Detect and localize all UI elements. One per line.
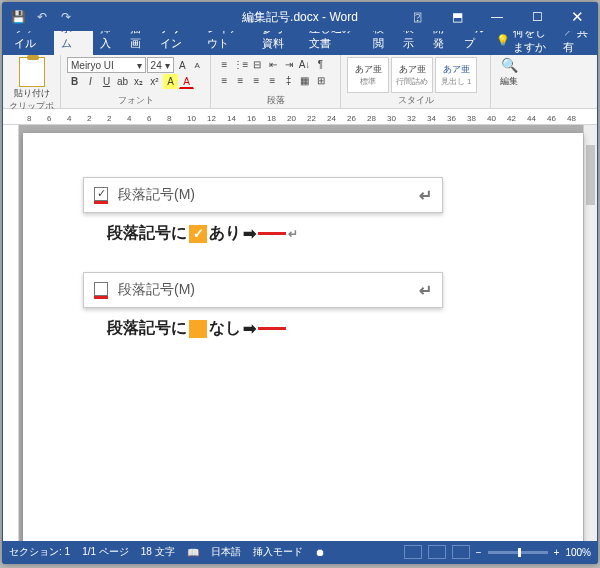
- checkbox-unchecked[interactable]: [94, 282, 108, 296]
- word-window: 💾 ↶ ↷ 編集記号.docx - Word ⍰ ⬒ ― ☐ ✕ ファイル ホー…: [2, 2, 598, 564]
- vertical-scrollbar[interactable]: [583, 125, 597, 541]
- shrink-font-button[interactable]: A: [190, 58, 204, 73]
- bullets-button[interactable]: ≡: [217, 57, 232, 72]
- red-underline: [258, 232, 286, 235]
- close-button[interactable]: ✕: [557, 3, 597, 31]
- font-color-button[interactable]: A: [179, 74, 194, 89]
- shading-button[interactable]: ▦: [297, 73, 312, 88]
- option-label: 段落記号(M): [118, 186, 195, 204]
- ribbon-home: 貼り付け クリップボード Meiryo UI▾ 24▾ A A B I U ab…: [3, 55, 597, 109]
- bold-button[interactable]: B: [67, 74, 82, 89]
- document-area: ✓ 段落記号(M) ↵ 段落記号に ✓ あり ➡ ↵ 段落記号(M) ↵: [3, 125, 597, 541]
- status-section[interactable]: セクション: 1: [9, 545, 70, 559]
- zoom-out-button[interactable]: −: [476, 547, 482, 558]
- grow-font-button[interactable]: A: [175, 58, 189, 73]
- checkbox-checked[interactable]: ✓: [94, 187, 108, 201]
- checkbox-checked-highlight: ✓: [94, 187, 108, 204]
- statusbar: セクション: 1 1/1 ページ 18 文字 📖 日本語 挿入モード ⏺ − +…: [3, 541, 597, 563]
- save-icon[interactable]: 💾: [7, 6, 29, 28]
- scroll-thumb[interactable]: [586, 145, 595, 205]
- find-icon[interactable]: 🔍: [501, 57, 518, 73]
- window-controls: ⍰ ⬒ ― ☐ ✕: [397, 3, 597, 31]
- status-language[interactable]: 日本語: [211, 545, 241, 559]
- styles-group: あア亜標準 あア亜行間詰め あア亜見出し 1 スタイル: [341, 55, 491, 108]
- align-right-button[interactable]: ≡: [249, 73, 264, 88]
- line-spacing-button[interactable]: ‡: [281, 73, 296, 88]
- result-checked: 段落記号に ✓ あり ➡ ↵: [107, 223, 547, 244]
- vertical-ruler[interactable]: [3, 125, 19, 541]
- redo-icon[interactable]: ↷: [55, 6, 77, 28]
- view-print-button[interactable]: [428, 545, 446, 559]
- indent-button[interactable]: ⇥: [281, 57, 296, 72]
- option-label: 段落記号(M): [118, 281, 195, 299]
- arrow-right-icon: ➡: [243, 224, 256, 243]
- option-paragraph-mark-unchecked: 段落記号(M) ↵: [83, 272, 443, 308]
- titlebar: 💾 ↶ ↷ 編集記号.docx - Word ⍰ ⬒ ― ☐ ✕: [3, 3, 597, 31]
- paragraph-group-label: 段落: [217, 94, 334, 107]
- lightbulb-icon: 💡: [496, 34, 510, 47]
- checkbox-unchecked-highlight: [94, 282, 108, 299]
- borders-button[interactable]: ⊞: [313, 73, 328, 88]
- zoom-level[interactable]: 100%: [565, 547, 591, 558]
- ribbon-tabs: ファイル ホーム 挿入 描画 デザイン レイアウト 参考資料 差し込み文書 校閲…: [3, 31, 597, 55]
- justify-button[interactable]: ≡: [265, 73, 280, 88]
- show-marks-button[interactable]: ¶: [313, 57, 328, 72]
- option-paragraph-mark-checked: ✓ 段落記号(M) ↵: [83, 177, 443, 213]
- highlight-button[interactable]: A: [163, 74, 178, 89]
- status-mode[interactable]: 挿入モード: [253, 545, 303, 559]
- view-read-button[interactable]: [404, 545, 422, 559]
- style-normal[interactable]: あア亜標準: [347, 57, 389, 93]
- outdent-button[interactable]: ⇤: [265, 57, 280, 72]
- multilevel-button[interactable]: ⊟: [249, 57, 264, 72]
- font-name-combo[interactable]: Meiryo UI▾: [67, 57, 146, 73]
- red-underline: [258, 327, 286, 330]
- styles-group-label: スタイル: [347, 94, 484, 107]
- orange-checkbox-icon: ✓: [189, 225, 207, 243]
- strike-button[interactable]: ab: [115, 74, 130, 89]
- style-heading1[interactable]: あア亜見出し 1: [435, 57, 477, 93]
- quick-access: 💾 ↶ ↷: [3, 6, 77, 28]
- numbering-button[interactable]: ⋮≡: [233, 57, 248, 72]
- italic-button[interactable]: I: [83, 74, 98, 89]
- clipboard-group: 貼り付け クリップボード: [3, 55, 61, 108]
- minimize-button[interactable]: ―: [477, 3, 517, 31]
- status-page[interactable]: 1/1 ページ: [82, 545, 129, 559]
- sup-button[interactable]: x²: [147, 74, 162, 89]
- edit-label: 編集: [500, 75, 518, 88]
- font-group-label: フォント: [67, 94, 204, 107]
- paragraph-group: ≡ ⋮≡ ⊟ ⇤ ⇥ A↓ ¶ ≡ ≡ ≡ ≡ ‡ ▦ ⊞: [211, 55, 341, 108]
- result-unchecked: 段落記号に なし ➡: [107, 318, 547, 339]
- editing-group: 🔍 編集: [491, 55, 527, 108]
- arrow-right-icon: ➡: [243, 319, 256, 338]
- document-title: 編集記号.docx - Word: [242, 9, 358, 26]
- zoom-in-button[interactable]: +: [554, 547, 560, 558]
- sort-button[interactable]: A↓: [297, 57, 312, 72]
- align-left-button[interactable]: ≡: [217, 73, 232, 88]
- maximize-button[interactable]: ☐: [517, 3, 557, 31]
- page: ✓ 段落記号(M) ↵ 段落記号に ✓ あり ➡ ↵ 段落記号(M) ↵: [23, 133, 583, 541]
- font-group: Meiryo UI▾ 24▾ A A B I U ab x₂ x² A A フォ…: [61, 55, 211, 108]
- align-center-button[interactable]: ≡: [233, 73, 248, 88]
- pilcrow-mark: ↵: [288, 227, 298, 241]
- orange-empty-icon: [189, 320, 207, 338]
- help-button[interactable]: ⍰: [397, 3, 437, 31]
- zoom-slider[interactable]: [488, 551, 548, 554]
- paste-icon[interactable]: [19, 57, 45, 87]
- sub-button[interactable]: x₂: [131, 74, 146, 89]
- view-web-button[interactable]: [452, 545, 470, 559]
- undo-icon[interactable]: ↶: [31, 6, 53, 28]
- style-nospace[interactable]: あア亜行間詰め: [391, 57, 433, 93]
- pilcrow-icon: ↵: [419, 281, 432, 300]
- status-words[interactable]: 18 文字: [141, 545, 175, 559]
- status-lang-icon[interactable]: 📖: [187, 547, 199, 558]
- font-size-combo[interactable]: 24▾: [147, 57, 175, 73]
- pilcrow-icon: ↵: [419, 186, 432, 205]
- ribbon-display-button[interactable]: ⬒: [437, 3, 477, 31]
- status-record[interactable]: ⏺: [315, 547, 325, 558]
- paste-label: 貼り付け: [14, 87, 50, 100]
- horizontal-ruler[interactable]: 8642246810121416182022242628303234363840…: [3, 109, 597, 125]
- underline-button[interactable]: U: [99, 74, 114, 89]
